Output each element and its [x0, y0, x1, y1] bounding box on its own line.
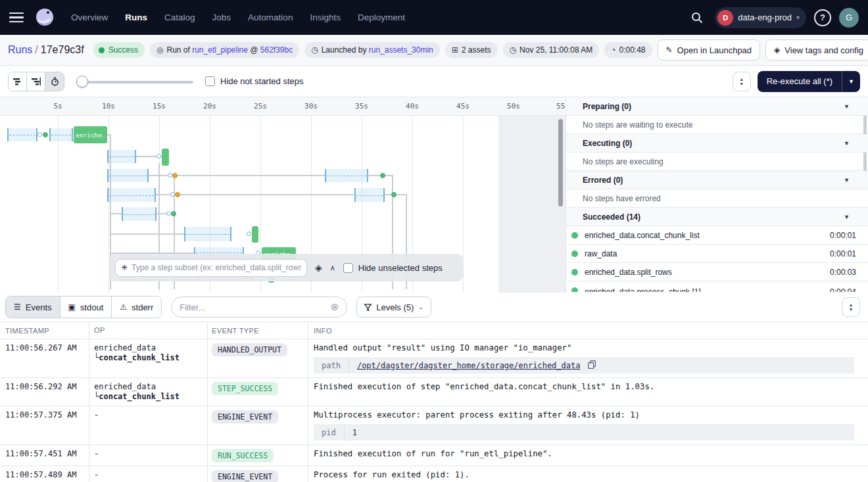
log-op: -	[89, 466, 207, 482]
log-tab-stderr[interactable]: ⚠stderr	[112, 297, 161, 318]
slider-knob[interactable]	[76, 76, 88, 87]
user-avatar[interactable]: G	[839, 8, 859, 28]
re-execute-label[interactable]: Re-execute all (*)	[758, 71, 842, 92]
re-execute-button[interactable]: Re-execute all (*) ▼	[758, 71, 860, 92]
gantt-step-bar[interactable]	[252, 226, 258, 243]
dagster-logo-icon[interactable]	[33, 6, 57, 30]
log-info: Multiprocess executor: parent process ex…	[308, 406, 868, 445]
re-execute-caret[interactable]: ▼	[842, 71, 860, 92]
gantt-zoom-slider[interactable]	[76, 76, 193, 87]
gantt-waiting-step-box[interactable]	[107, 150, 136, 163]
nav-item-catalog[interactable]: Catalog	[164, 12, 195, 22]
run-tag-0[interactable]: ◎Run of run_etl_pipeline @ 562f39bc	[150, 42, 299, 58]
workspace-switcher[interactable]: D data-eng-prod ▾	[715, 7, 806, 28]
gantt-offrange-region	[498, 116, 566, 293]
step-name: raw_data	[585, 249, 823, 258]
run-tag-link[interactable]: 562f39bc	[260, 45, 293, 55]
logs-expand-collapse-button[interactable]: ▴▾	[842, 297, 860, 317]
log-row[interactable]: 11:00:56.292 AMenriched_data└concat_chun…	[0, 378, 868, 406]
column-header-op: OP	[89, 325, 207, 335]
gantt-waiting-step-box[interactable]	[7, 128, 37, 141]
log-info-text: Handled output "result" using IO manager…	[314, 343, 862, 352]
gantt-scrollbar[interactable]	[558, 119, 563, 206]
step-section-title: Errored (0)	[583, 176, 623, 185]
nav-item-runs[interactable]: Runs	[125, 12, 147, 22]
log-info-text: Multiprocess executor: parent process ex…	[314, 410, 862, 420]
metadata-path-link[interactable]: /opt/dagster/dagster_home/storage/enrich…	[349, 361, 589, 370]
log-info-text: Finished execution of run for "run_etl_p…	[314, 449, 862, 458]
gantt-waiting-step-box[interactable]	[354, 188, 385, 202]
step-list-item[interactable]: enriched_data.concat_chunk_list0:00:01	[566, 226, 868, 245]
help-icon[interactable]: ?	[814, 9, 831, 26]
hide-not-started-checkbox[interactable]: Hide not started steps	[205, 76, 303, 86]
log-row[interactable]: 11:00:57.451 AM-RUN_SUCCESSFinished exec…	[0, 445, 868, 466]
log-timestamp: 11:00:57.451 AM	[0, 445, 89, 466]
copy-icon[interactable]	[588, 360, 596, 371]
hide-unselected-checkbox[interactable]: Hide unselected steps	[343, 263, 443, 273]
step-subset-input[interactable]	[132, 263, 301, 272]
search-icon[interactable]	[687, 8, 707, 28]
nav-item-deployment[interactable]: Deployment	[358, 12, 405, 22]
gantt-step-bar[interactable]	[162, 149, 169, 166]
event-type-badge: ENGINE_EVENT	[212, 470, 278, 482]
gantt-toolbar: Hide not started steps ▴▾ Re-execute all…	[0, 66, 868, 97]
axis-tick-label: 55s	[556, 102, 566, 110]
flatten-left-icon[interactable]	[9, 72, 27, 91]
run-tag-text: Run of run_etl_pipeline @ 562f39bc	[167, 45, 293, 55]
nav-item-jobs[interactable]: Jobs	[212, 12, 231, 22]
layers-icon[interactable]: ◈	[315, 262, 322, 273]
chevron-down-icon: ▾	[845, 103, 848, 110]
log-row[interactable]: 11:00:57.375 AM-ENGINE_EVENTMultiprocess…	[0, 406, 868, 445]
log-op: enriched_data└concat_chunk_list	[89, 378, 207, 406]
gantt-waiting-step-box[interactable]	[107, 169, 149, 182]
log-row[interactable]: 11:00:56.267 AMenriched_data└concat_chun…	[0, 339, 868, 378]
run-tag-3[interactable]: ◷Nov 25, 11:00:08 AM	[503, 42, 600, 58]
run-tag-link[interactable]: run_assets_30min	[369, 45, 433, 55]
run-tag-2[interactable]: ⊞2 assets	[445, 42, 498, 58]
run-tag-text: Launched by run_assets_30min	[322, 45, 433, 55]
timing-mode-icon[interactable]	[45, 72, 64, 91]
levels-dropdown[interactable]: Levels (5) ⌄	[356, 297, 431, 318]
nav-item-automation[interactable]: Automation	[248, 12, 293, 22]
collapse-chevron-icon[interactable]: ∧	[330, 264, 335, 272]
nav-item-insights[interactable]: Insights	[310, 12, 341, 22]
target-icon: ◎	[157, 45, 163, 55]
run-tag-4[interactable]: ◔0:00:48	[604, 42, 652, 58]
gantt-step-bar[interactable]: enriche.	[74, 126, 107, 143]
step-section-header[interactable]: Preparing (0)▾	[566, 97, 868, 116]
step-list-item[interactable]: enriched_data.split_rows0:00:03	[566, 263, 868, 281]
checkbox-icon[interactable]	[343, 263, 353, 273]
log-tab-stdout[interactable]: ▣stdout	[60, 297, 112, 318]
gantt-waiting-step-box[interactable]	[122, 207, 157, 221]
gantt-waiting-step-box[interactable]	[325, 169, 368, 182]
log-tab-Events[interactable]: ☰Events	[6, 297, 60, 318]
checkbox-icon[interactable]	[205, 76, 215, 86]
axis-tick-label: 25s	[254, 102, 267, 110]
gantt-waiting-step-box[interactable]	[184, 227, 231, 241]
nav-item-overview[interactable]: Overview	[71, 12, 108, 22]
run-tag-link[interactable]: run_etl_pipeline	[192, 45, 248, 55]
gantt-view-mode-group	[8, 72, 64, 91]
open-in-launchpad-button[interactable]: ✎ Open in Launchpad	[658, 39, 761, 60]
gantt-waiting-step-box[interactable]	[107, 188, 156, 202]
gantt-waiting-step-box[interactable]	[49, 128, 73, 141]
hamburger-menu-icon[interactable]	[9, 12, 24, 23]
step-section-header[interactable]: Succeeded (14)▾	[566, 208, 868, 226]
gantt-hollow-marker	[166, 211, 171, 216]
step-section-header[interactable]: Executing (0)▾	[566, 134, 868, 153]
step-list-item[interactable]: enriched_data.process_chunk [1]0:00:04	[566, 281, 868, 292]
step-section-header[interactable]: Errored (0)▾	[566, 171, 868, 189]
log-row[interactable]: 11:00:57.489 AM-ENGINE_EVENTProcess for …	[0, 466, 868, 482]
run-tag-1[interactable]: ◷Launched by run_assets_30min	[304, 42, 440, 58]
clear-filter-icon[interactable]: ⊗	[331, 301, 339, 313]
panel-expand-collapse-button[interactable]: ▴▾	[733, 72, 751, 91]
waterfall-icon[interactable]	[27, 72, 45, 91]
breadcrumb-runs-link[interactable]: Runs	[8, 44, 32, 55]
gantt-chart[interactable]: 5s10s15s20s25s30s35s40s45s50s55s ✳ ◈ ∧ H…	[0, 97, 566, 293]
view-tags-config-button[interactable]: ◈ View tags and config	[765, 39, 868, 60]
log-op-name: -	[94, 410, 202, 420]
step-list-item[interactable]: raw_data0:00:01	[566, 245, 868, 263]
run-tag-text: Nov 25, 11:00:08 AM	[519, 45, 592, 55]
log-filter-input[interactable]	[180, 302, 325, 312]
run-tags: ◎Run of run_etl_pipeline @ 562f39bc◷Laun…	[150, 42, 652, 58]
